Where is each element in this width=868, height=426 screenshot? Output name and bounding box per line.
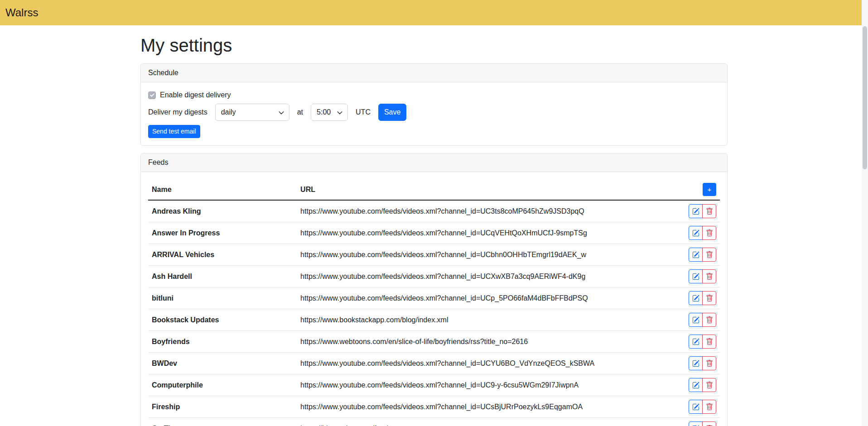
delete-feed-button[interactable] (702, 378, 716, 392)
brand-link[interactable]: Walrss (5, 7, 38, 18)
feed-actions (661, 418, 720, 426)
feed-url: https://www.bookstackapp.com/blog/index.… (297, 309, 661, 331)
edit-feed-button[interactable] (689, 421, 703, 426)
feed-action-group (689, 313, 716, 327)
enable-digest-label[interactable]: Enable digest delivery (160, 91, 231, 99)
feed-url: https://www.webtoons.com/en/slice-of-lif… (297, 331, 661, 353)
edit-feed-button[interactable] (689, 313, 703, 327)
feeds-card: Feeds Name URL + Andreas Kling https://w… (140, 153, 728, 426)
feed-name: Ash Hardell (148, 266, 297, 287)
trash-icon (706, 295, 713, 302)
delete-feed-button[interactable] (702, 291, 716, 305)
feed-actions (661, 244, 720, 266)
pencil-square-icon (692, 338, 699, 345)
table-row: Boyfriends https://www.webtoons.com/en/s… (148, 331, 720, 353)
feed-name: Fireship (148, 396, 297, 418)
deliver-label: Deliver my digests (148, 108, 207, 116)
enable-digest-checkbox[interactable] (148, 91, 156, 99)
trash-icon (706, 230, 713, 237)
edit-feed-button[interactable] (689, 356, 703, 370)
edit-feed-button[interactable] (689, 269, 703, 283)
chevron-down-icon (337, 110, 343, 116)
pencil-square-icon (692, 316, 699, 324)
edit-feed-button[interactable] (689, 204, 703, 218)
delete-feed-button[interactable] (702, 356, 716, 370)
feeds-card-body: Name URL + Andreas Kling https://www.you… (141, 172, 727, 426)
delete-feed-button[interactable] (702, 226, 716, 240)
edit-feed-button[interactable] (689, 226, 703, 240)
delivery-schedule-row: Deliver my digests daily at 5:00 UTC Sav… (148, 104, 720, 121)
delete-feed-button[interactable] (702, 313, 716, 327)
feed-name: Go Time (148, 418, 297, 426)
feed-url: https://www.youtube.com/feeds/videos.xml… (297, 396, 661, 418)
pencil-square-icon (692, 208, 699, 215)
scrollbar-thumb[interactable] (863, 26, 867, 169)
edit-feed-button[interactable] (689, 335, 703, 349)
edit-feed-button[interactable] (689, 248, 703, 262)
time-selected-value: 5:00 (317, 108, 331, 116)
feeds-card-header: Feeds (141, 153, 727, 172)
edit-feed-button[interactable] (689, 378, 703, 392)
feed-url: https://www.youtube.com/feeds/videos.xml… (297, 200, 661, 222)
pencil-square-icon (692, 295, 699, 302)
feed-name: BWDev (148, 353, 297, 374)
timezone-label: UTC (356, 108, 371, 116)
pencil-square-icon (692, 230, 699, 237)
add-feed-button[interactable]: + (703, 183, 716, 196)
table-row: Ash Hardell https://www.youtube.com/feed… (148, 266, 720, 287)
feed-name: Andreas Kling (148, 200, 297, 222)
feed-action-group (689, 421, 716, 426)
frequency-selected-value: daily (221, 108, 236, 116)
feed-url: https://www.youtube.com/feeds/videos.xml… (297, 374, 661, 396)
delete-feed-button[interactable] (702, 269, 716, 283)
feed-url: https://www.youtube.com/feeds/videos.xml… (297, 222, 661, 244)
schedule-card-header: Schedule (141, 64, 727, 82)
feed-action-group (689, 335, 716, 349)
feeds-table: Name URL + Andreas Kling https://www.you… (148, 179, 720, 426)
feed-actions (661, 353, 720, 374)
delete-feed-button[interactable] (702, 335, 716, 349)
delete-feed-button[interactable] (702, 400, 716, 414)
feed-url: https://www.youtube.com/feeds/videos.xml… (297, 266, 661, 287)
table-row: Fireship https://www.youtube.com/feeds/v… (148, 396, 720, 418)
column-header-url: URL (297, 179, 661, 200)
table-row: Go Time https://blog.golang.org/feed.ato… (148, 418, 720, 426)
feed-action-group (689, 204, 716, 218)
feed-name: Computerphile (148, 374, 297, 396)
delete-feed-button[interactable] (702, 248, 716, 262)
edit-feed-button[interactable] (689, 291, 703, 305)
feed-url: https://www.youtube.com/feeds/videos.xml… (297, 244, 661, 266)
feeds-table-header-row: Name URL + (148, 179, 720, 200)
trash-icon (706, 316, 713, 324)
trash-icon (706, 382, 713, 389)
chevron-down-icon (278, 110, 285, 116)
trash-icon (706, 338, 713, 345)
delete-feed-button[interactable] (702, 204, 716, 218)
navbar: Walrss (0, 0, 868, 25)
feed-actions (661, 222, 720, 244)
settings-page: My settings Schedule Enable digest deliv… (135, 34, 733, 426)
table-row: Answer In Progress https://www.youtube.c… (148, 222, 720, 244)
table-row: BWDev https://www.youtube.com/feeds/vide… (148, 353, 720, 374)
feed-url: https://blog.golang.org/feed.atom (297, 418, 661, 426)
frequency-select[interactable]: daily (215, 104, 289, 121)
feed-action-group (689, 356, 716, 370)
trash-icon (706, 403, 713, 411)
table-row: ARRIVAL Vehicles https://www.youtube.com… (148, 244, 720, 266)
time-select[interactable]: 5:00 (311, 104, 348, 121)
column-header-actions: + (661, 179, 720, 200)
feed-action-group (689, 269, 716, 283)
pencil-square-icon (692, 382, 699, 389)
save-button[interactable]: Save (378, 104, 406, 121)
feed-actions (661, 287, 720, 309)
delete-feed-button[interactable] (702, 421, 716, 426)
enable-digest-row: Enable digest delivery (148, 90, 720, 101)
send-test-email-button[interactable]: Send test email (148, 125, 200, 138)
edit-feed-button[interactable] (689, 400, 703, 414)
vertical-scrollbar[interactable] (862, 0, 868, 426)
check-icon (149, 92, 155, 98)
feeds-table-body: Andreas Kling https://www.youtube.com/fe… (148, 200, 720, 426)
table-row: Andreas Kling https://www.youtube.com/fe… (148, 200, 720, 222)
column-header-name: Name (148, 179, 297, 200)
feed-name: bitluni (148, 287, 297, 309)
